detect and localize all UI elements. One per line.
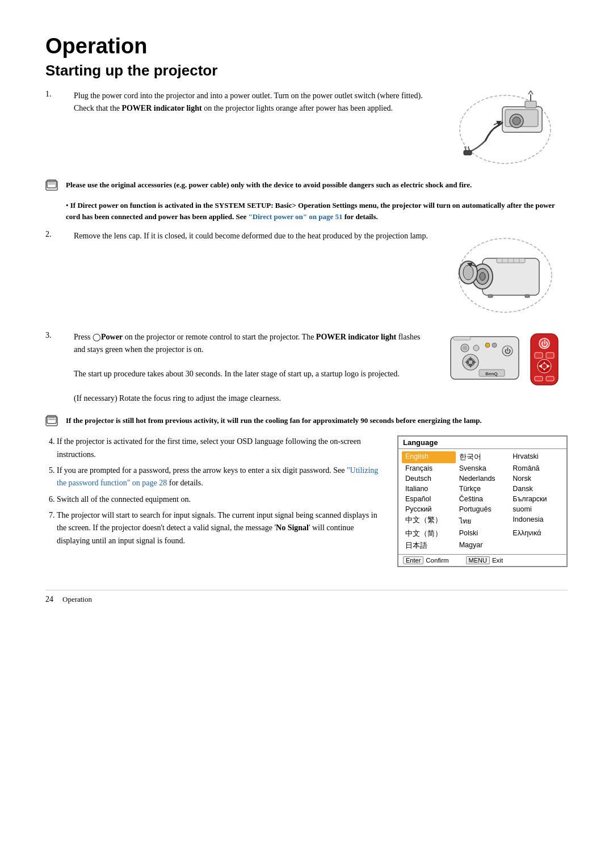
- svg-text:BenQ: BenQ: [485, 371, 497, 376]
- step-1-text: Plug the power cord into the projector a…: [74, 90, 431, 114]
- step-2-row: 2. Remove the lens cap. If it is closed,…: [45, 230, 568, 321]
- svg-point-38: [485, 343, 490, 347]
- svg-rect-49: [546, 353, 554, 358]
- step-1-row: 1. Plug the power cord into the projecto…: [45, 90, 568, 169]
- lang-norwegian[interactable]: Norsk: [509, 473, 563, 484]
- warning-cooling-text: If the projector is still hot from previ…: [66, 415, 482, 426]
- lang-finnish[interactable]: suomi: [509, 504, 563, 514]
- svg-rect-8: [525, 101, 536, 108]
- note-1: Please use the original accessories (e.g…: [45, 179, 568, 192]
- lang-dutch[interactable]: Nederlands: [456, 473, 510, 484]
- step-2-image: [443, 230, 568, 321]
- lang-japanese[interactable]: 日本語: [402, 540, 456, 552]
- svg-text:⏻: ⏻: [540, 339, 548, 348]
- warning-icon: [45, 415, 61, 427]
- language-header: Language: [398, 437, 566, 449]
- exit-label: Exit: [492, 557, 503, 564]
- lang-hungarian[interactable]: Magyar: [456, 540, 510, 552]
- svg-point-31: [473, 345, 479, 351]
- svg-rect-27: [525, 295, 530, 297]
- svg-point-55: [541, 363, 547, 369]
- lang-indonesian[interactable]: Indonesia: [509, 514, 563, 528]
- step-3-text: Press ◯Power on the projector or remote …: [74, 331, 434, 405]
- menu-key: MENU: [466, 556, 490, 564]
- svg-point-18: [480, 272, 485, 280]
- direct-power-link[interactable]: "Direct power on" on page 51: [249, 212, 343, 221]
- lang-croatian[interactable]: Hrvatski: [509, 451, 563, 463]
- page-footer: 24 Operation: [45, 590, 568, 604]
- lang-italian[interactable]: Italiano: [402, 484, 456, 494]
- enter-key: Enter: [403, 556, 423, 564]
- step-7: The projector will start to search for i…: [57, 509, 380, 547]
- lang-french[interactable]: Français: [402, 463, 456, 473]
- lang-chinese-trad[interactable]: 中文（繁）: [402, 514, 456, 528]
- svg-point-20: [463, 265, 473, 280]
- note-2: • If Direct power on function is activat…: [66, 200, 568, 222]
- step-3-image: ⏻ BenQ ⏻: [443, 331, 568, 388]
- step-3-row: 3. Press ◯Power on the projector or remo…: [45, 331, 568, 405]
- lang-portuguese[interactable]: Português: [456, 504, 510, 514]
- language-footer: Enter Confirm MENU Exit: [398, 554, 566, 566]
- bottom-steps-list: If the projector is activated for the fi…: [45, 435, 380, 551]
- footer-number: 24: [45, 595, 53, 604]
- page-title: Operation: [45, 34, 568, 58]
- svg-rect-56: [535, 376, 543, 381]
- lang-thai[interactable]: ไทย: [456, 514, 510, 528]
- svg-rect-21: [497, 258, 525, 263]
- svg-point-30: [463, 346, 467, 350]
- step-1-image: [443, 90, 568, 169]
- note-1-text: Please use the original accessories (e.g…: [66, 179, 472, 191]
- warning-cooling: If the projector is still hot from previ…: [45, 415, 568, 427]
- lang-empty: [509, 540, 563, 552]
- lang-romanian[interactable]: Română: [509, 463, 563, 473]
- step-2-number: 2.: [45, 230, 74, 239]
- password-link[interactable]: "Utilizing the password function" on pag…: [57, 466, 378, 487]
- svg-rect-48: [535, 353, 543, 358]
- svg-rect-44: [454, 337, 471, 340]
- lang-german[interactable]: Deutsch: [402, 473, 456, 484]
- note-icon-1: [45, 179, 61, 192]
- lang-russian[interactable]: Русский: [402, 504, 456, 514]
- language-grid: English 한국어 Hrvatski Français Svenska Ro…: [398, 449, 566, 554]
- svg-text:⏻: ⏻: [504, 347, 510, 354]
- confirm-label: Confirm: [426, 557, 448, 564]
- lang-bulgarian[interactable]: Български: [509, 494, 563, 504]
- svg-rect-57: [546, 376, 554, 381]
- bottom-section: If the projector is activated for the fi…: [45, 435, 568, 567]
- lang-chinese-simp[interactable]: 中文（简）: [402, 528, 456, 540]
- footer-label: Operation: [62, 595, 92, 604]
- step-3-number: 3.: [45, 331, 74, 340]
- section-title: Starting up the projector: [45, 62, 568, 79]
- lang-korean[interactable]: 한국어: [456, 451, 510, 463]
- lang-czech[interactable]: Čeština: [456, 494, 510, 504]
- lang-polish[interactable]: Polski: [456, 528, 510, 540]
- lang-turkish[interactable]: Türkçe: [456, 484, 510, 494]
- note-2-text: • If Direct power on function is activat…: [66, 200, 568, 222]
- lang-english[interactable]: English: [402, 451, 456, 463]
- confirm-action: Enter Confirm: [403, 556, 449, 564]
- lang-spanish[interactable]: Español: [402, 494, 456, 504]
- step-1-number: 1.: [45, 90, 74, 99]
- step-2-text: Remove the lens cap. If it is closed, it…: [74, 230, 431, 242]
- lang-danish[interactable]: Dansk: [509, 484, 563, 494]
- language-box: Language English 한국어 Hrvatski Français S…: [397, 435, 568, 567]
- step-5: If you are prompted for a password, pres…: [57, 464, 380, 490]
- step-4: If the projector is activated for the fi…: [57, 435, 380, 461]
- step-6: Switch all of the connected equipment on…: [57, 493, 380, 506]
- lang-swedish[interactable]: Svenska: [456, 463, 510, 473]
- svg-point-39: [492, 343, 497, 347]
- exit-action: MENU Exit: [466, 556, 503, 564]
- svg-rect-5: [464, 150, 472, 155]
- lang-greek[interactable]: Ελληνικά: [509, 528, 563, 540]
- svg-rect-26: [488, 295, 493, 297]
- svg-point-4: [513, 117, 520, 125]
